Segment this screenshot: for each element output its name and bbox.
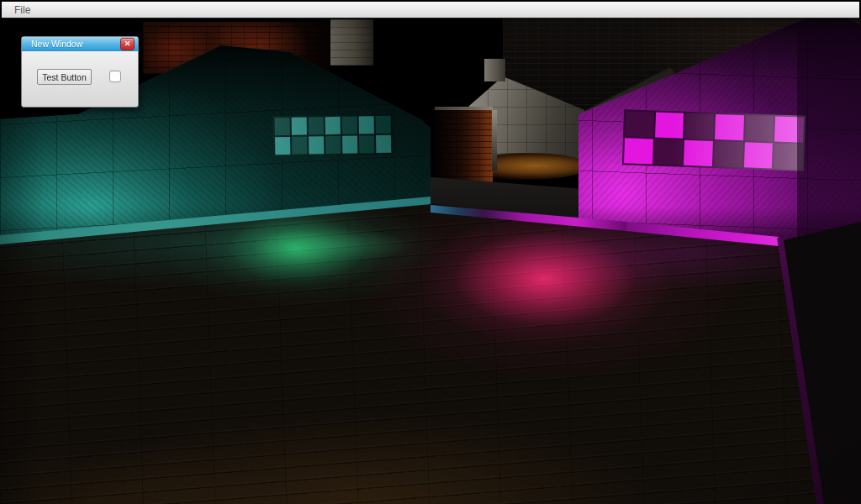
menu-item-file[interactable]: File [2, 4, 39, 16]
checker-cell [292, 118, 307, 135]
checker-cell [359, 116, 374, 134]
gray-gable-house [468, 60, 586, 160]
checker-cell [376, 116, 391, 134]
checker-cell [342, 135, 357, 153]
dialog-title: New Window [31, 39, 82, 49]
checker-cell [275, 118, 290, 135]
dim-red-brick-wall [143, 22, 330, 74]
dialog-new-window: New Window ✕ Test Button [21, 36, 139, 108]
checker-cell [342, 116, 357, 134]
checker-cell [325, 136, 341, 154]
close-button[interactable]: ✕ [120, 38, 135, 50]
checker-cell [275, 137, 290, 155]
red-brick-column [435, 110, 493, 201]
checker-cell [359, 135, 374, 153]
checker-cell [309, 117, 324, 134]
checker-cell [684, 140, 713, 166]
checker-cell [774, 144, 803, 170]
checker-cell [292, 137, 307, 155]
checker-cell [684, 113, 714, 139]
checker-cell [715, 114, 744, 140]
checker-cell [325, 117, 341, 134]
checker-cell [655, 113, 684, 139]
test-checkbox[interactable] [109, 71, 121, 82]
magenta-checkerboard [622, 109, 806, 171]
teal-checkerboard [273, 114, 394, 156]
test-button[interactable]: Test Button [37, 69, 92, 85]
checker-cell [714, 141, 743, 167]
checker-cell [376, 135, 391, 153]
checker-cell [744, 142, 774, 168]
dialog-titlebar[interactable]: New Window ✕ [22, 37, 138, 51]
checker-cell [309, 136, 324, 154]
dark-brick-wall-upper-right [503, 18, 861, 123]
gray-gable-chimney [484, 59, 505, 81]
orange-lit-floor-patch [456, 153, 587, 180]
close-icon: ✕ [124, 40, 131, 48]
menu-bar: File [2, 2, 859, 18]
concrete-corner-edge [492, 110, 497, 171]
brick-column-cap [435, 107, 493, 112]
checker-cell [654, 139, 684, 165]
checker-cell [774, 117, 804, 143]
checker-cell [745, 115, 774, 141]
app-window: File New Window ✕ Test Button [0, 0, 861, 504]
checker-cell [624, 138, 653, 164]
checker-cell [625, 111, 654, 137]
gray-chimney-block [330, 19, 373, 66]
